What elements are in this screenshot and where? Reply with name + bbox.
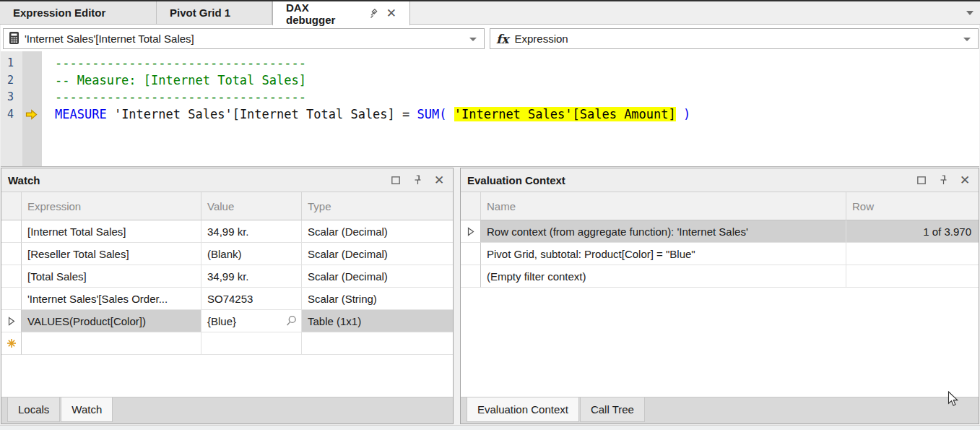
watch-table-row[interactable]: [Total Sales]34,99 kr.Scalar (Decimal) (1, 265, 453, 288)
close-icon[interactable]: ✕ (386, 7, 396, 20)
code-segment-comment: ---------------------------------- (55, 90, 306, 104)
pin-icon[interactable] (411, 173, 424, 186)
magnifier-icon[interactable] (286, 315, 297, 329)
tab-pivot-grid-1[interactable]: Pivot Grid 1 (157, 1, 272, 24)
chevron-down-icon[interactable] (469, 38, 477, 41)
tab-expression-editor[interactable]: Expression Editor (0, 1, 157, 24)
line-number: 3 (1, 89, 22, 106)
row-selector-cell[interactable] (461, 243, 481, 265)
column-header-type[interactable]: Type (302, 192, 453, 220)
value-cell[interactable]: SO74253 (201, 288, 302, 310)
value-cell[interactable]: 34,99 kr. (201, 265, 302, 288)
close-icon[interactable]: ✕ (958, 173, 971, 186)
row-selector-cell[interactable] (1, 288, 22, 310)
evaluation-context-row[interactable]: (Empty filter context) (461, 265, 979, 288)
code-line[interactable]: ---------------------------------- (55, 55, 979, 72)
breakpoint-slot[interactable] (22, 89, 42, 106)
expression-cell[interactable]: 'Internet Sales'[Sales Order... (22, 288, 201, 310)
fx-icon: fx (496, 32, 508, 46)
row-selector-cell[interactable] (1, 332, 22, 355)
watch-table-row[interactable]: 'Internet Sales'[Sales Order...SO74253Sc… (1, 288, 453, 310)
row-selector-cell[interactable] (1, 310, 22, 332)
expression-cell[interactable]: VALUES(Product[Color]) (22, 310, 201, 332)
code-line[interactable]: MEASURE 'Internet Sales'[Internet Total … (55, 106, 979, 124)
expression-cell[interactable]: [Reseller Total Sales] (22, 243, 201, 265)
row-count-cell[interactable] (846, 265, 979, 288)
tab-dax-debugger[interactable]: DAX debugger ✕ (272, 1, 410, 25)
value-cell[interactable]: 34,99 kr. (201, 220, 302, 243)
type-cell[interactable]: Scalar (Decimal) (302, 265, 453, 288)
tab-call-tree[interactable]: Call Tree (580, 397, 645, 422)
evaluation-context-panel: Evaluation Context ✕ Name Row Row contex… (460, 168, 979, 424)
type-cell[interactable]: Scalar (String) (302, 288, 453, 310)
column-header-row[interactable]: Row (846, 192, 979, 220)
debugger-toolbar: 'Internet Sales'[Internet Total Sales] f… (1, 25, 979, 51)
type-cell[interactable]: Scalar (Decimal) (302, 243, 453, 265)
watch-panel: Watch ✕ Expression Value Type [Internet … (1, 168, 454, 424)
expression-cell[interactable]: [Internet Total Sales] (22, 220, 201, 243)
code-line[interactable]: ---------------------------------- (55, 89, 979, 106)
code-line[interactable]: -- Measure: [Internet Total Sales] (55, 72, 979, 90)
value-cell[interactable] (201, 332, 302, 355)
row-marker-icon (467, 227, 474, 236)
eval-grid-header: Name Row (461, 192, 979, 220)
maximize-icon[interactable] (915, 173, 928, 186)
line-number-gutter: 1234 (1, 51, 22, 166)
tab-label: Expression Editor (13, 7, 105, 19)
column-header-name[interactable]: Name (481, 192, 846, 220)
mouse-cursor (948, 391, 959, 410)
row-count-cell[interactable] (846, 243, 979, 265)
watch-grid-header: Expression Value Type (1, 192, 453, 220)
value-cell[interactable]: (Blank) (201, 243, 302, 265)
name-cell[interactable]: (Empty filter context) (481, 265, 846, 288)
tab-locals[interactable]: Locals (7, 397, 60, 422)
evaluation-context-row[interactable]: Row context (from aggregate function): '… (461, 220, 979, 243)
code-area[interactable]: ------------------------------------ Mea… (42, 51, 979, 166)
evaluation-context-title: Evaluation Context (467, 174, 565, 186)
calculator-icon (9, 32, 19, 46)
pin-icon[interactable] (937, 173, 950, 186)
code-segment-plain (446, 107, 454, 121)
watch-table-row[interactable] (1, 332, 453, 355)
row-selector-cell[interactable] (461, 265, 481, 288)
expression-cell[interactable]: [Total Sales] (22, 265, 201, 288)
name-cell[interactable]: Row context (from aggregate function): '… (481, 220, 846, 243)
breakpoint-margin[interactable] (22, 51, 42, 166)
tab-evaluation-context[interactable]: Evaluation Context (467, 397, 579, 422)
row-selector-cell[interactable] (1, 220, 22, 243)
breakpoint-slot[interactable] (22, 55, 42, 72)
pin-icon[interactable] (370, 9, 379, 19)
watch-grid: Expression Value Type [Internet Total Sa… (1, 192, 453, 397)
type-cell[interactable] (302, 332, 453, 355)
row-selector-cell[interactable] (1, 243, 22, 265)
row-selector-cell[interactable] (461, 220, 481, 243)
expression-selector-value: Expression (514, 33, 568, 45)
column-header-expression[interactable]: Expression (22, 192, 201, 220)
close-icon[interactable]: ✕ (433, 173, 446, 186)
column-header-value[interactable]: Value (201, 192, 302, 220)
code-segment-keyword: MEASURE (55, 107, 107, 121)
breakpoint-slot[interactable] (22, 72, 42, 90)
type-cell[interactable]: Table (1x1) (302, 310, 453, 332)
type-cell[interactable]: Scalar (Decimal) (302, 220, 453, 243)
watch-table-row[interactable]: VALUES(Product[Color]){Blue}Table (1x1) (1, 310, 453, 332)
name-cell[interactable]: Pivot Grid, subtotal: Product[Color] = "… (481, 243, 846, 265)
current-statement-arrow-icon[interactable] (22, 106, 42, 124)
dax-code-editor[interactable]: 1234 -----------------------------------… (1, 51, 979, 167)
watch-table-row[interactable]: [Internet Total Sales]34,99 kr.Scalar (D… (1, 220, 453, 243)
measure-selector-combobox[interactable]: 'Internet Sales'[Internet Total Sales] (3, 28, 485, 49)
row-count-cell[interactable]: 1 of 3.970 (846, 220, 979, 243)
value-cell[interactable]: {Blue} (201, 310, 302, 332)
chevron-down-icon[interactable] (963, 38, 971, 41)
expression-cell[interactable] (22, 332, 201, 355)
watch-table-row[interactable]: [Reseller Total Sales](Blank)Scalar (Dec… (1, 243, 453, 265)
tab-watch[interactable]: Watch (61, 397, 113, 422)
code-segment-comment: -- Measure: [Internet Total Sales] (55, 73, 306, 87)
evaluation-context-row[interactable]: Pivot Grid, subtotal: Product[Color] = "… (461, 243, 979, 265)
tab-overflow-chevron-icon[interactable] (966, 11, 974, 15)
line-number: 4 (1, 106, 22, 124)
expression-selector-combobox[interactable]: fx Expression (490, 28, 979, 49)
evaluation-context-tabstrip: Evaluation Context Call Tree (461, 397, 979, 423)
row-selector-cell[interactable] (1, 265, 22, 288)
maximize-icon[interactable] (389, 173, 402, 186)
